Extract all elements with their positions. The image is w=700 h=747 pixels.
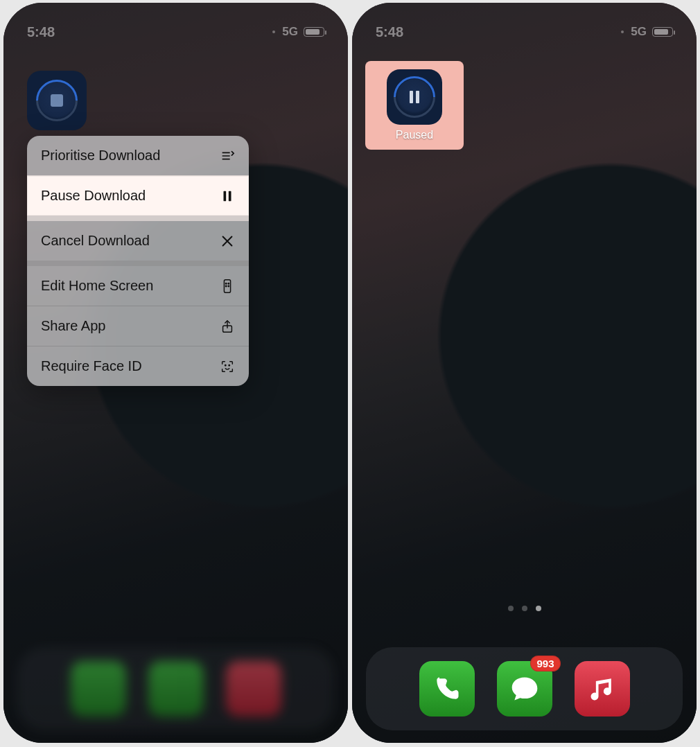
dock-icon-music[interactable] — [575, 661, 630, 717]
menu-item-label: Require Face ID — [41, 358, 220, 374]
menu-item-label: Edit Home Screen — [41, 278, 220, 294]
svg-point-9 — [229, 364, 229, 365]
app-icon-paused[interactable] — [387, 69, 442, 125]
download-progress-ring — [28, 71, 87, 130]
svg-point-3 — [225, 283, 226, 283]
signal-icon — [272, 30, 275, 33]
phone-screenshot-left: 5:48 5G Prioritise Download Pause Downlo… — [3, 3, 348, 743]
close-icon — [220, 234, 235, 249]
menu-item-share-app[interactable]: Share App — [27, 306, 249, 346]
dock-icon-messages[interactable] — [148, 661, 204, 717]
status-right: 5G — [621, 25, 673, 39]
menu-item-edit-home-screen[interactable]: Edit Home Screen — [27, 266, 249, 306]
menu-item-label: Pause Download — [41, 188, 220, 204]
dock-icon-phone[interactable] — [71, 661, 126, 717]
context-menu: Prioritise Download Pause Download Cance… — [27, 136, 249, 386]
menu-item-pause-download[interactable]: Pause Download — [27, 176, 249, 221]
phone-screenshot-right: 5:48 5G Paused 993 — [352, 3, 697, 743]
dock: 993 — [366, 647, 683, 730]
battery-icon — [304, 27, 324, 37]
status-time: 5:48 — [27, 24, 55, 40]
menu-item-require-face-id[interactable]: Require Face ID — [27, 346, 249, 386]
messages-badge: 993 — [530, 656, 560, 671]
page-dot-active — [536, 606, 541, 611]
faceid-icon — [220, 359, 235, 374]
dock-icon-phone[interactable] — [419, 661, 475, 717]
svg-point-6 — [228, 285, 229, 286]
share-icon — [220, 319, 235, 334]
page-dot — [522, 606, 527, 611]
svg-point-4 — [228, 283, 229, 283]
dock-icon-messages[interactable]: 993 — [497, 661, 552, 717]
status-bar: 5:48 5G — [3, 17, 348, 47]
svg-rect-1 — [229, 191, 231, 201]
menu-item-label: Share App — [41, 318, 220, 334]
app-icon-downloading[interactable] — [27, 71, 87, 130]
pause-icon — [220, 188, 235, 204]
network-label: 5G — [631, 25, 647, 39]
status-time: 5:48 — [376, 24, 403, 40]
status-bar: 5:48 5G — [352, 17, 697, 47]
svg-point-5 — [225, 285, 226, 286]
menu-item-cancel-download[interactable]: Cancel Download — [27, 221, 249, 266]
app-status-label: Paused — [396, 129, 433, 141]
dock — [17, 647, 334, 730]
menu-item-prioritise-download[interactable]: Prioritise Download — [27, 136, 249, 176]
dock-icon-music[interactable] — [226, 661, 281, 717]
svg-rect-0 — [224, 191, 227, 201]
menu-item-label: Prioritise Download — [41, 148, 220, 164]
page-dot — [508, 606, 514, 611]
priority-icon — [220, 148, 235, 164]
svg-point-8 — [225, 364, 226, 365]
battery-icon — [652, 27, 673, 37]
status-right: 5G — [272, 25, 324, 39]
page-indicator[interactable] — [508, 606, 541, 611]
menu-item-label: Cancel Download — [41, 233, 220, 249]
phone-edit-icon — [220, 279, 235, 294]
network-label: 5G — [282, 25, 298, 39]
download-progress-ring — [385, 68, 444, 127]
paused-app-highlight: Paused — [365, 61, 464, 150]
signal-icon — [621, 30, 624, 33]
